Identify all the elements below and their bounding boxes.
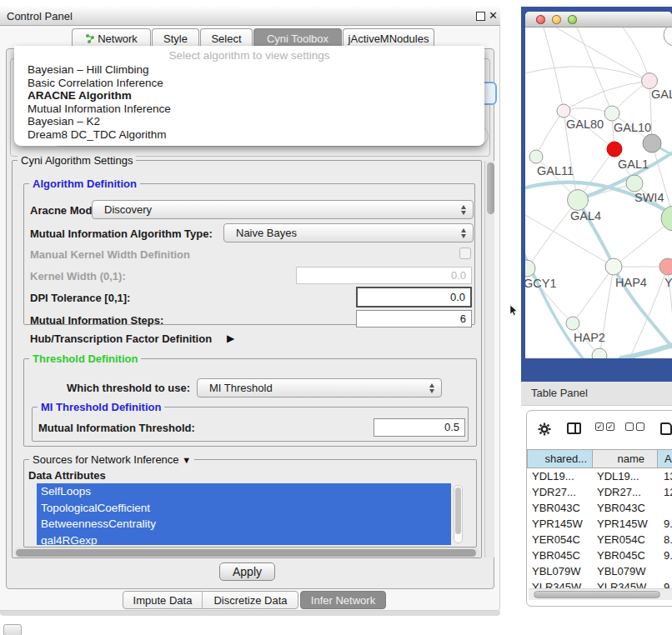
tab-impute-data[interactable]: Impute Data bbox=[123, 592, 203, 608]
column-header-name[interactable]: name bbox=[592, 449, 658, 468]
which-threshold-combo[interactable]: MI Threshold bbox=[197, 378, 442, 398]
node-label: GAL10 bbox=[614, 121, 651, 134]
node-gal1[interactable] bbox=[607, 142, 622, 157]
tab-network-label: Network bbox=[98, 32, 138, 45]
settings-scrollbar-thumb[interactable] bbox=[487, 162, 494, 214]
dpi-tolerance-field[interactable]: 0.0 bbox=[356, 287, 472, 308]
apply-button[interactable]: Apply bbox=[219, 562, 275, 581]
tab-cyni-toolbox[interactable]: Cyni Toolbox bbox=[253, 28, 342, 48]
tab-network[interactable]: Network bbox=[72, 28, 151, 48]
dropdown-item[interactable]: Basic Correlation Inference bbox=[14, 77, 484, 90]
unchecked-box-icon bbox=[636, 422, 644, 431]
list-item[interactable]: gal4RGexp bbox=[37, 532, 451, 546]
settings-hscrollbar-thumb[interactable] bbox=[16, 549, 476, 557]
expand-arrow-icon[interactable]: ▶ bbox=[227, 332, 234, 344]
zoom-traffic-light[interactable] bbox=[568, 15, 577, 24]
list-item[interactable]: TopologicalCoefficient bbox=[37, 500, 451, 517]
node-hap4[interactable] bbox=[605, 258, 622, 275]
mi-steps-field[interactable]: 6 bbox=[356, 310, 472, 328]
node-label: HAP2 bbox=[574, 331, 605, 344]
manual-kernel-label: Manual Kernel Width Definition bbox=[30, 248, 190, 261]
node-label: GAL11 bbox=[537, 164, 574, 178]
dropdown-item-selected[interactable]: ARACNE Algorithm bbox=[14, 89, 484, 102]
node-swi4[interactable] bbox=[626, 175, 643, 192]
dock-bottom-edge bbox=[0, 611, 500, 616]
dropdown-item[interactable]: Bayesian – Hill Climbing bbox=[14, 63, 484, 77]
minimized-panel-stub[interactable] bbox=[3, 624, 22, 635]
column-header-shared-name[interactable]: shared... bbox=[527, 449, 593, 468]
unchecked-box-icon bbox=[625, 422, 634, 431]
tab-style-label: Style bbox=[163, 32, 188, 45]
network-icon bbox=[85, 33, 95, 43]
node-gal11[interactable] bbox=[529, 150, 543, 163]
sources-group-title: Sources for Network Inference ▼ bbox=[29, 453, 194, 466]
mi-steps-label: Mutual Information Steps: bbox=[30, 314, 163, 327]
node-label: HAP4 bbox=[615, 276, 647, 289]
gear-icon[interactable] bbox=[538, 422, 551, 436]
tab-select-label: Select bbox=[211, 32, 241, 45]
deselect-all-columns-icon[interactable] bbox=[625, 422, 647, 435]
control-panel-titlebar: Control Panel ✕ bbox=[0, 7, 500, 26]
tab-discretize-data[interactable]: Discretize Data bbox=[203, 592, 298, 608]
select-all-columns-icon[interactable]: ✓✓ bbox=[595, 422, 617, 435]
close-icon[interactable]: ✕ bbox=[489, 9, 498, 22]
network-window-titlebar[interactable] bbox=[525, 12, 672, 28]
close-traffic-light[interactable] bbox=[536, 15, 545, 24]
node-gal[interactable] bbox=[642, 73, 658, 89]
attribute-list-scrollbar-thumb[interactable] bbox=[455, 488, 461, 534]
network-canvas[interactable]: GAL GAL80 GAL10 GAL1 GAL11 SWI4 GAL4 GCY… bbox=[525, 28, 672, 358]
tab-infer-network[interactable]: Infer Network bbox=[300, 591, 386, 609]
tab-style[interactable]: Style bbox=[152, 28, 199, 48]
aracne-mode-combo[interactable]: Discovery bbox=[92, 200, 474, 219]
which-threshold-value: MI Threshold bbox=[209, 382, 273, 394]
node-gal10[interactable] bbox=[604, 106, 619, 121]
node-salmon[interactable] bbox=[659, 258, 672, 275]
mi-type-value: Naive Bayes bbox=[236, 227, 297, 239]
mi-threshold-group-title: MI Threshold Definition bbox=[38, 401, 164, 413]
mi-threshold-field[interactable]: 0.5 bbox=[374, 418, 465, 437]
column-header-partial[interactable]: A bbox=[657, 449, 672, 468]
table-hscrollbar-thumb[interactable] bbox=[534, 591, 660, 598]
node-gal4[interactable] bbox=[568, 190, 589, 211]
checked-box-icon: ✓ bbox=[606, 422, 614, 431]
aracne-mode-value: Discovery bbox=[104, 203, 152, 216]
mi-threshold-label: Mutual Information Threshold: bbox=[38, 422, 195, 434]
kernel-width-field[interactable]: 0.0 bbox=[296, 267, 472, 284]
node-label: GAL80 bbox=[566, 118, 604, 131]
minimize-traffic-light[interactable] bbox=[552, 15, 561, 24]
node-gray[interactable] bbox=[643, 134, 661, 152]
list-item[interactable]: SelfLoops bbox=[37, 483, 451, 500]
data-attributes-list: SelfLoops TopologicalCoefficient Between… bbox=[37, 483, 451, 545]
node-label: GAL4 bbox=[570, 209, 601, 222]
table-panel-title: Table Panel bbox=[531, 387, 588, 399]
settings-scrollbar[interactable] bbox=[484, 161, 494, 558]
settings-hscrollbar[interactable] bbox=[13, 548, 480, 558]
dropdown-item[interactable]: Bayesian – K2 bbox=[14, 115, 484, 128]
settings-group-title: Cyni Algorithm Settings bbox=[18, 154, 136, 167]
list-item[interactable]: BetweennessCentrality bbox=[37, 516, 451, 532]
mi-type-combo[interactable]: Naive Bayes bbox=[223, 223, 474, 242]
data-attributes-label: Data Attributes bbox=[28, 469, 106, 482]
sources-title-text: Sources for Network Inference bbox=[33, 453, 179, 466]
split-columns-icon[interactable] bbox=[567, 422, 581, 434]
manual-kernel-checkbox[interactable] bbox=[459, 248, 471, 259]
network-view-window: GAL GAL80 GAL10 GAL1 GAL11 SWI4 GAL4 GCY… bbox=[525, 12, 672, 358]
dropdown-prompt: Select algorithm to view settings bbox=[14, 48, 484, 63]
attribute-list-scrollbar[interactable] bbox=[454, 485, 463, 543]
tab-jactivemnodules[interactable]: jActiveMNodules bbox=[343, 28, 434, 48]
node-label: GAL bbox=[651, 88, 672, 101]
threshold-definition-title: Threshold Definition bbox=[29, 352, 141, 365]
algorithm-definition-title: Algorithm Definition bbox=[29, 178, 140, 190]
table-body: YDL19...YDL19...13 YDR27...YDR27...12 YB… bbox=[527, 468, 672, 589]
node-hap2[interactable] bbox=[566, 317, 579, 330]
float-window-icon[interactable] bbox=[476, 12, 485, 21]
tab-select[interactable]: Select bbox=[200, 28, 253, 48]
collapse-arrow-icon[interactable]: ▼ bbox=[182, 455, 191, 465]
node-gal80[interactable] bbox=[557, 104, 570, 118]
mouse-cursor bbox=[509, 305, 518, 316]
dropdown-item[interactable]: Mutual Information Inference bbox=[14, 102, 484, 116]
export-table-icon[interactable] bbox=[660, 422, 672, 435]
dropdown-item[interactable]: Dream8 DC_TDC Algorithm bbox=[14, 128, 484, 142]
table-hscrollbar[interactable] bbox=[529, 588, 672, 600]
node[interactable] bbox=[664, 28, 672, 46]
